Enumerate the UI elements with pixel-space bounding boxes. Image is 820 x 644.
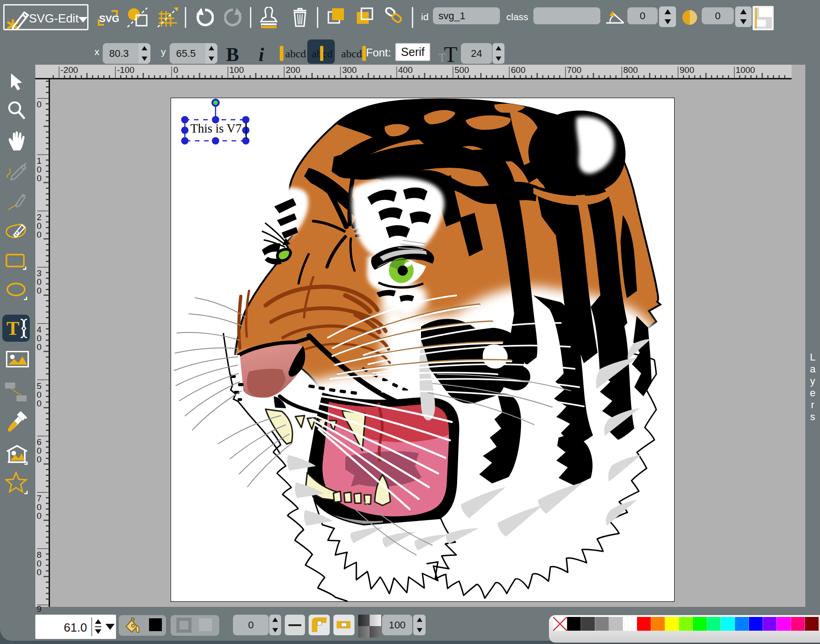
svg-text:SVG: SVG [99,13,119,24]
